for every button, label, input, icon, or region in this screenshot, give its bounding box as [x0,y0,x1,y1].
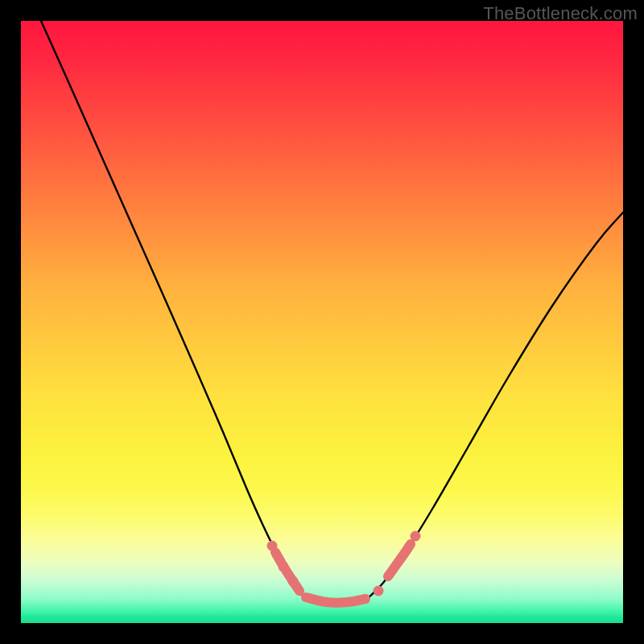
marker-dot [288,576,299,587]
marker-dot [267,541,278,551]
curve-right-branch [367,213,623,599]
gradient-plot-area [21,21,623,623]
marker-segment [306,597,365,603]
marker-segments [275,544,411,603]
marker-segment [388,544,411,576]
watermark-text: TheBottleneck.com [483,3,638,24]
curve-left-branch [41,21,304,597]
marker-dot [411,531,421,542]
plot-svg [21,21,623,623]
marker-dot [374,586,384,597]
marker-dot [279,562,289,572]
